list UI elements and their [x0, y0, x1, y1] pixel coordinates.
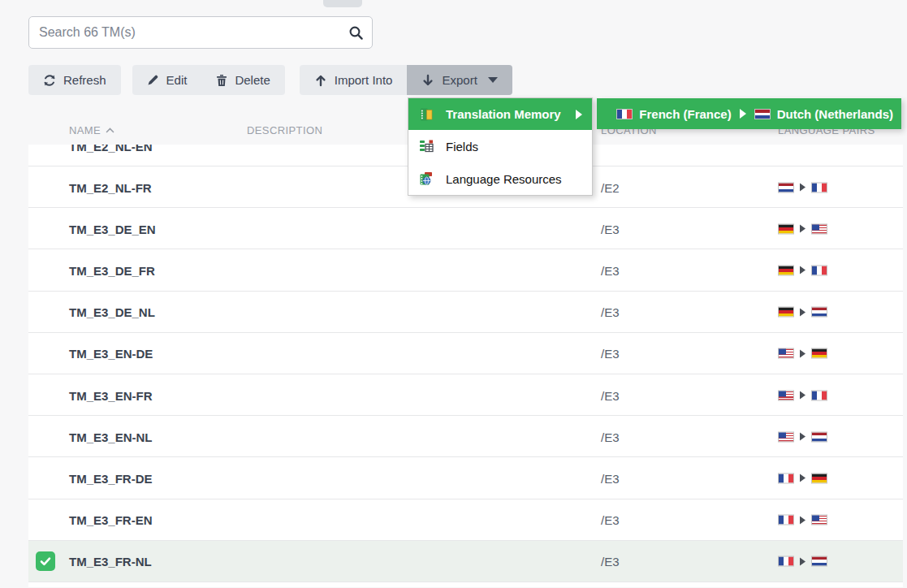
tm-name: TM_E3_EN-NL — [69, 430, 153, 443]
language-pair — [778, 473, 827, 483]
edit-label: Edit — [166, 73, 188, 87]
table-row[interactable]: TM_E3_FR-NL /E3 — [28, 541, 903, 582]
language-pair — [778, 265, 827, 275]
menu-item-translation-memory[interactable]: Translation Memory — [408, 98, 592, 130]
refresh-icon — [43, 74, 56, 87]
menu-item-language-resources[interactable]: Language Resources — [408, 162, 592, 195]
table-row[interactable]: TM_E3_DE_FR /E3 — [28, 249, 903, 291]
source-flag-icon — [778, 307, 794, 318]
pencil-icon — [147, 74, 159, 86]
tm-location: /E3 — [601, 430, 620, 443]
menu-item-fields[interactable]: Fields — [408, 130, 592, 162]
table-row[interactable]: TM_E3_DE_EN /E3 — [28, 208, 903, 249]
menu-item-label: Language Resources — [446, 172, 562, 186]
tm-location: /E3 — [601, 305, 620, 319]
refresh-label: Refresh — [63, 73, 106, 87]
language-pair — [778, 556, 827, 567]
tm-location: /E3 — [601, 513, 620, 527]
source-flag-icon — [778, 182, 794, 192]
search-input[interactable] — [29, 17, 339, 48]
import-into-label: Import Into — [335, 73, 393, 87]
export-submenu-language-pair[interactable]: French (France) Dutch (Netherlands) — [597, 98, 901, 129]
target-flag-icon — [811, 556, 827, 567]
search-box — [28, 16, 373, 49]
language-resources-icon — [418, 171, 434, 187]
tm-location: /E3 — [601, 555, 620, 569]
tm-name: TM_E3_DE_NL — [69, 305, 155, 319]
tm-location: /E3 — [601, 222, 620, 236]
tm-name: TM_E2_NL-FR — [69, 180, 152, 194]
source-flag-icon — [778, 556, 794, 567]
source-flag-icon — [778, 348, 794, 359]
menu-item-label: Fields — [446, 140, 478, 153]
table-row[interactable]: TM_E3_FR-DE /E3 — [28, 457, 903, 499]
table-row[interactable]: TM_E3_EN-FR /E3 — [28, 374, 903, 416]
pair-arrow-icon — [800, 184, 806, 192]
tm-name: TM_E3_FR-DE — [69, 471, 153, 485]
source-flag-icon — [778, 431, 794, 442]
export-label: Export — [442, 73, 477, 87]
refresh-button[interactable]: Refresh — [28, 65, 121, 95]
menu-item-label: Translation Memory — [446, 107, 561, 121]
pair-arrow-icon — [800, 266, 806, 275]
language-pair — [778, 431, 827, 442]
export-menu: Translation Memory Fields Language Resou… — [408, 97, 593, 196]
table-row[interactable]: TM_E3_EN-DE /E3 — [28, 333, 903, 374]
delete-label: Delete — [235, 73, 270, 87]
pair-arrow-icon — [800, 225, 806, 233]
import-export-group: Import Into Export — [300, 65, 512, 95]
edit-button[interactable]: Edit — [132, 65, 202, 95]
target-flag-icon — [811, 390, 827, 400]
pair-arrow-icon — [800, 516, 806, 524]
table-row[interactable]: TM_E3_FR-EN /E3 — [28, 499, 903, 541]
pair-arrow-icon — [800, 391, 806, 400]
export-button[interactable]: Export — [407, 65, 512, 95]
caret-down-icon — [488, 77, 498, 83]
sort-ascending-icon — [106, 128, 114, 133]
target-flag-icon — [811, 182, 827, 192]
import-into-button[interactable]: Import Into — [300, 65, 408, 95]
tm-location: /E2 — [601, 180, 620, 194]
pair-arrow-icon — [800, 349, 806, 357]
arrow-down-icon — [421, 74, 434, 87]
language-pair — [778, 390, 827, 400]
target-flag-icon — [811, 515, 827, 525]
target-flag-icon — [811, 348, 827, 359]
search-button[interactable] — [339, 17, 372, 48]
tm-name: TM_E3_EN-DE — [69, 347, 153, 361]
language-pair — [778, 307, 827, 318]
trash-icon — [216, 74, 227, 87]
source-flag-icon — [778, 265, 794, 275]
target-flag-icon — [811, 473, 827, 483]
check-icon — [39, 555, 52, 568]
tm-location: /E3 — [601, 263, 620, 277]
delete-button[interactable]: Delete — [201, 65, 284, 95]
edit-delete-group: Edit Delete — [132, 65, 285, 95]
scroll-thumb[interactable] — [323, 0, 362, 7]
target-flag-icon — [811, 431, 827, 442]
row-checkbox[interactable] — [36, 551, 55, 571]
source-flag-icon — [778, 473, 794, 483]
column-header-description[interactable]: DESCRIPTION — [247, 124, 322, 136]
table-row[interactable]: TM_E3_EN-NL /E3 — [28, 416, 903, 457]
arrow-up-icon — [314, 74, 327, 87]
tm-location: /E3 — [601, 347, 620, 361]
column-header-name[interactable]: NAME — [69, 124, 114, 136]
table-row[interactable]: TM_E3_DE_NL /E3 — [28, 292, 903, 333]
submenu-arrow-icon — [576, 110, 582, 119]
source-language-label: French (France) — [639, 107, 731, 121]
tm-name: TM_E2_NL-EN — [69, 145, 153, 153]
toolbar: Refresh Edit Delete Import Into Exp — [28, 65, 512, 95]
pair-arrow-icon — [800, 474, 806, 482]
tm-location: /E3 — [601, 388, 620, 402]
pair-arrow-icon — [740, 109, 746, 119]
language-pair — [778, 182, 827, 192]
tm-name: TM_E3_FR-EN — [69, 513, 153, 527]
tm-name: TM_E3_DE_FR — [69, 263, 155, 277]
partial-next-row — [28, 582, 903, 587]
pair-arrow-icon — [800, 308, 806, 316]
fields-icon — [418, 138, 434, 154]
target-flag-icon — [811, 307, 827, 318]
target-language-label: Dutch (Netherlands) — [777, 107, 893, 121]
table-body: TM_E2_NL-EN TM_E2_NL-FR /E2 — [28, 145, 903, 582]
